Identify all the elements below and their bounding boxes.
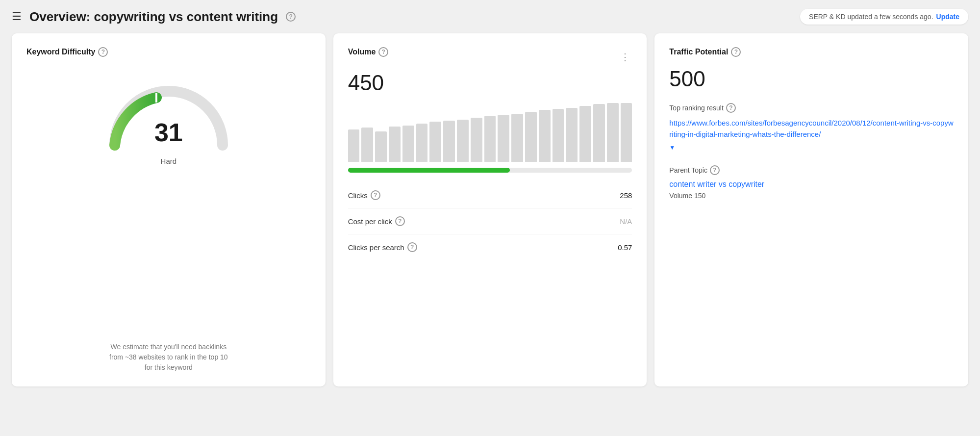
kd-description: We estimate that you'll need backlinks f… bbox=[105, 342, 232, 373]
stat-value-2: 0.57 bbox=[618, 243, 632, 252]
stat-row: Clicks?258 bbox=[348, 182, 632, 208]
status-pill: SERP & KD updated a few seconds ago. Upd… bbox=[800, 9, 968, 25]
bar bbox=[484, 116, 496, 162]
bar bbox=[579, 106, 591, 162]
volume-stats: Clicks?258Cost per click?N/AClicks per s… bbox=[348, 182, 632, 260]
stat-row: Clicks per search?0.57 bbox=[348, 234, 632, 260]
title-help-icon[interactable]: ? bbox=[286, 12, 296, 22]
top-ranking-label: Top ranking result ? bbox=[669, 103, 954, 113]
volume-card-header: Volume ? ⋮ bbox=[348, 47, 632, 67]
parent-topic-section: Parent Topic ? content writer vs copywri… bbox=[669, 165, 954, 200]
status-text: SERP & KD updated a few seconds ago. bbox=[809, 13, 933, 21]
bar bbox=[375, 131, 387, 162]
stat-value-0: 258 bbox=[620, 191, 632, 200]
stat-label-1: Cost per click bbox=[348, 217, 392, 226]
stat-value-1: N/A bbox=[620, 217, 632, 226]
kd-score: 31 bbox=[154, 120, 183, 145]
page-title: Overview: copywriting vs content writing bbox=[29, 9, 278, 25]
kd-help-icon[interactable]: ? bbox=[98, 47, 108, 57]
kd-gauge: 31 bbox=[105, 77, 232, 150]
volume-card: Volume ? ⋮ 450 Clicks?258Cost per click?… bbox=[333, 33, 647, 386]
top-ranking-url[interactable]: https://www.forbes.com/sites/forbesagenc… bbox=[669, 118, 954, 140]
stat-label-2: Clicks per search bbox=[348, 243, 404, 252]
bar bbox=[566, 108, 578, 162]
tp-value: 500 bbox=[669, 67, 954, 91]
stat-help-icon-1[interactable]: ? bbox=[395, 216, 405, 226]
bar bbox=[621, 103, 632, 162]
stat-help-icon-2[interactable]: ? bbox=[407, 242, 417, 252]
parent-topic-link[interactable]: content writer vs copywriter bbox=[669, 180, 954, 189]
bar bbox=[402, 126, 414, 162]
stat-help-icon-0[interactable]: ? bbox=[371, 190, 380, 200]
bar bbox=[443, 121, 455, 162]
parent-topic-label: Parent Topic ? bbox=[669, 165, 954, 175]
volume-value: 450 bbox=[348, 71, 632, 95]
bar bbox=[361, 128, 373, 162]
volume-bar-chart bbox=[348, 103, 632, 162]
volume-menu-icon[interactable]: ⋮ bbox=[618, 49, 632, 65]
bar bbox=[416, 124, 428, 162]
bar bbox=[553, 109, 564, 162]
bar bbox=[471, 118, 482, 162]
top-ranking-help-icon[interactable]: ? bbox=[726, 103, 736, 113]
bar bbox=[539, 110, 551, 162]
keyword-difficulty-card: Keyword Difficulty ? bbox=[12, 33, 326, 386]
url-dropdown-arrow[interactable]: ▼ bbox=[669, 144, 675, 151]
cards-container: Keyword Difficulty ? bbox=[0, 33, 980, 398]
kd-difficulty-label: Hard bbox=[161, 157, 177, 165]
bar bbox=[511, 114, 523, 162]
kd-card-label: Keyword Difficulty ? bbox=[26, 47, 108, 57]
bar bbox=[593, 104, 605, 162]
volume-card-label: Volume ? bbox=[348, 47, 389, 57]
stat-label-0: Clicks bbox=[348, 191, 368, 200]
volume-progress-bar-fill bbox=[348, 168, 510, 173]
bar bbox=[348, 129, 360, 162]
bar bbox=[498, 115, 509, 162]
volume-progress-bar-container bbox=[348, 168, 632, 173]
tp-help-icon[interactable]: ? bbox=[731, 47, 741, 57]
traffic-potential-card: Traffic Potential ? 500 Top ranking resu… bbox=[654, 33, 968, 386]
update-link[interactable]: Update bbox=[936, 13, 959, 21]
parent-topic-help-icon[interactable]: ? bbox=[710, 165, 720, 175]
stat-row: Cost per click?N/A bbox=[348, 208, 632, 234]
bar bbox=[457, 120, 469, 162]
app-header: ☰ Overview: copywriting vs content writi… bbox=[0, 0, 980, 33]
bar bbox=[429, 122, 441, 162]
tp-card-label: Traffic Potential ? bbox=[669, 47, 954, 57]
volume-help-icon[interactable]: ? bbox=[378, 47, 388, 57]
hamburger-icon[interactable]: ☰ bbox=[12, 10, 22, 23]
bar bbox=[525, 112, 537, 162]
bar bbox=[389, 127, 401, 162]
bar bbox=[607, 103, 619, 162]
parent-topic-volume: Volume 150 bbox=[669, 192, 954, 200]
